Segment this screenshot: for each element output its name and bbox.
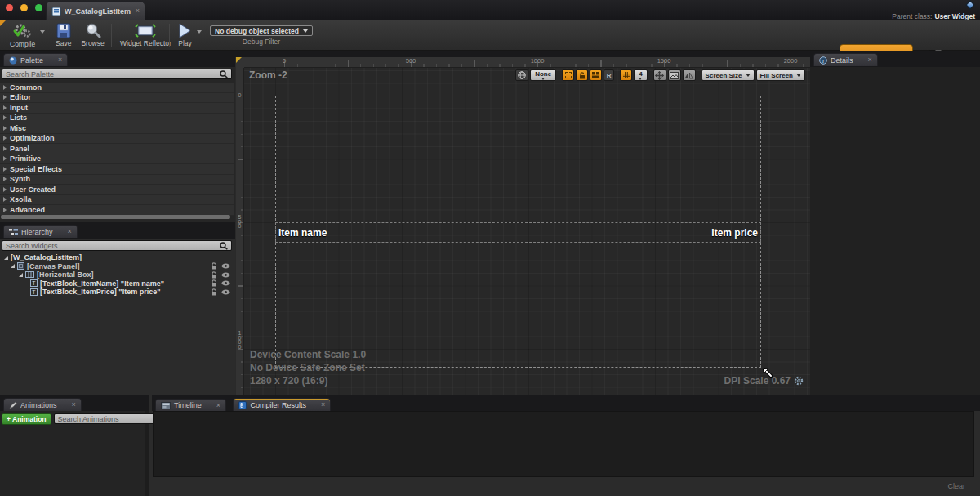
tab-animations[interactable]: Animations × [3, 398, 82, 411]
expand-arrow-icon[interactable] [3, 177, 7, 181]
hierarchy-search-input[interactable] [6, 242, 220, 250]
palette-category[interactable]: Advanced [0, 205, 234, 216]
expand-arrow-icon[interactable] [3, 95, 7, 100]
expand-arrow-icon[interactable] [3, 167, 7, 172]
horizontal-box-outline[interactable]: Item name Item price [275, 222, 761, 243]
eye-icon[interactable] [221, 289, 230, 295]
add-animation-button[interactable]: + Animation [2, 413, 51, 425]
grid-snap-toggle[interactable] [620, 69, 632, 81]
clear-log-button[interactable]: Clear [947, 482, 965, 490]
compiler-results-log[interactable] [153, 411, 974, 477]
tab-palette[interactable]: Palette × [3, 53, 68, 66]
asset-tab-label: W_CatalogListItem [65, 7, 132, 16]
designer-viewport[interactable]: Zoom -2 None [244, 68, 810, 395]
animations-search[interactable] [54, 413, 166, 424]
expander-icon[interactable] [19, 273, 23, 277]
lock-icon[interactable] [211, 262, 217, 270]
compile-button[interactable]: Compile [5, 23, 40, 48]
tab-compiler-results[interactable]: Compiler Results × [233, 398, 331, 411]
minimize-window-button[interactable] [20, 4, 28, 11]
hierarchy-row-canvas-panel[interactable]: [Canvas Panel] [0, 262, 235, 271]
expand-arrow-icon[interactable] [3, 187, 7, 192]
expand-arrow-icon[interactable] [3, 136, 7, 141]
hierarchy-row-textblock-itemprice[interactable]: T [TextBlock_ItemPrice] "Item price" [0, 288, 235, 297]
dpi-settings-gear-icon[interactable] [794, 376, 804, 386]
lock-icon[interactable] [211, 279, 217, 287]
hierarchy-row-textblock-itemname[interactable]: T [TextBlock_ItemName] "Item name" [0, 279, 235, 288]
palette-category[interactable]: Special Effects [0, 164, 234, 175]
parent-class-link[interactable]: User Widget [934, 12, 975, 20]
localization-preview-button[interactable] [515, 69, 528, 81]
close-icon[interactable]: × [321, 401, 325, 409]
show-outlines-toggle[interactable] [562, 69, 574, 81]
debug-object-dropdown[interactable]: No debug object selected [210, 25, 313, 36]
palette-category[interactable]: Lists [0, 114, 234, 124]
expand-arrow-icon[interactable] [3, 146, 7, 151]
expand-arrow-icon[interactable] [3, 208, 7, 212]
eye-icon[interactable] [221, 280, 230, 286]
palette-search-input[interactable] [6, 70, 220, 78]
expand-arrow-icon[interactable] [3, 85, 7, 90]
asset-tab[interactable]: W_CatalogListItem × [46, 1, 145, 20]
ruler-tick-label: 500 [406, 57, 416, 65]
rulers-toggle[interactable]: R [604, 69, 614, 81]
palette-category[interactable]: Synth [0, 175, 234, 185]
palette-category[interactable]: Panel [0, 144, 234, 154]
hierarchy-row-root[interactable]: [W_CatalogListItem] [0, 253, 235, 262]
screenshot-button[interactable] [668, 69, 681, 81]
close-icon[interactable]: × [136, 7, 140, 15]
expand-arrow-icon[interactable] [3, 156, 7, 161]
hierarchy-row-horizontal-box[interactable]: [Horizontal Box] [0, 270, 235, 279]
grid-size-dropdown[interactable]: 4 [634, 69, 647, 81]
transform-tool-button[interactable] [653, 69, 666, 81]
anchor-dropdown[interactable]: None [530, 69, 556, 81]
palette-search[interactable] [2, 69, 232, 79]
eye-icon[interactable] [221, 263, 230, 269]
item-name-preview-text[interactable]: Item name [278, 227, 327, 239]
eye-icon[interactable] [221, 272, 230, 278]
safe-zone-label: No Device Safe Zone Set [250, 362, 365, 373]
tab-details[interactable]: i Details × [813, 53, 878, 66]
expander-icon[interactable] [11, 264, 15, 268]
close-icon[interactable]: × [72, 401, 76, 409]
play-options-caret-icon[interactable] [197, 30, 202, 34]
palette-category[interactable]: Optimization [0, 134, 234, 145]
lock-icon[interactable] [211, 288, 217, 296]
palette-category[interactable]: Input [0, 103, 234, 114]
lock-icon[interactable] [211, 271, 217, 279]
horizontal-scrollbar[interactable] [1, 215, 230, 219]
palette-category[interactable]: Editor [0, 93, 234, 104]
save-button[interactable]: Save [51, 23, 76, 48]
expand-arrow-icon[interactable] [3, 126, 7, 131]
tab-hierarchy[interactable]: Hierarchy × [3, 225, 78, 238]
respect-locks-toggle[interactable] [590, 69, 602, 81]
close-icon[interactable]: × [216, 402, 220, 409]
compile-options-caret-icon[interactable] [40, 30, 45, 34]
screen-size-dropdown[interactable]: Screen Size [702, 69, 755, 81]
play-button[interactable]: Play [173, 23, 197, 48]
expand-arrow-icon[interactable] [3, 197, 7, 202]
zoom-window-button[interactable] [35, 4, 42, 11]
close-icon[interactable]: × [868, 56, 872, 64]
animations-search-input[interactable] [58, 415, 154, 423]
palette-category[interactable]: Common [0, 83, 234, 93]
palette-category[interactable]: Xsolla [0, 195, 234, 206]
close-window-button[interactable] [6, 4, 13, 11]
close-icon[interactable]: × [58, 56, 62, 64]
palette-category[interactable]: Primitive [0, 154, 234, 165]
widget-reflector-button[interactable]: Widget Reflector [115, 23, 176, 48]
lock-widgets-toggle[interactable] [576, 69, 588, 81]
hierarchy-search[interactable] [2, 240, 232, 251]
expand-arrow-icon[interactable] [3, 105, 7, 110]
close-icon[interactable]: × [68, 228, 72, 235]
item-price-preview-text[interactable]: Item price [711, 227, 758, 239]
expander-icon[interactable] [4, 256, 8, 260]
fill-screen-dropdown[interactable]: Fill Screen [756, 69, 805, 81]
mirror-flip-button[interactable] [683, 69, 696, 81]
svg-text:i: i [822, 57, 824, 64]
palette-category[interactable]: Misc [0, 123, 234, 134]
expand-arrow-icon[interactable] [3, 115, 7, 120]
tab-timeline[interactable]: Timeline × [155, 399, 226, 412]
browse-button[interactable]: Browse [76, 23, 109, 48]
palette-category[interactable]: User Created [0, 185, 234, 195]
